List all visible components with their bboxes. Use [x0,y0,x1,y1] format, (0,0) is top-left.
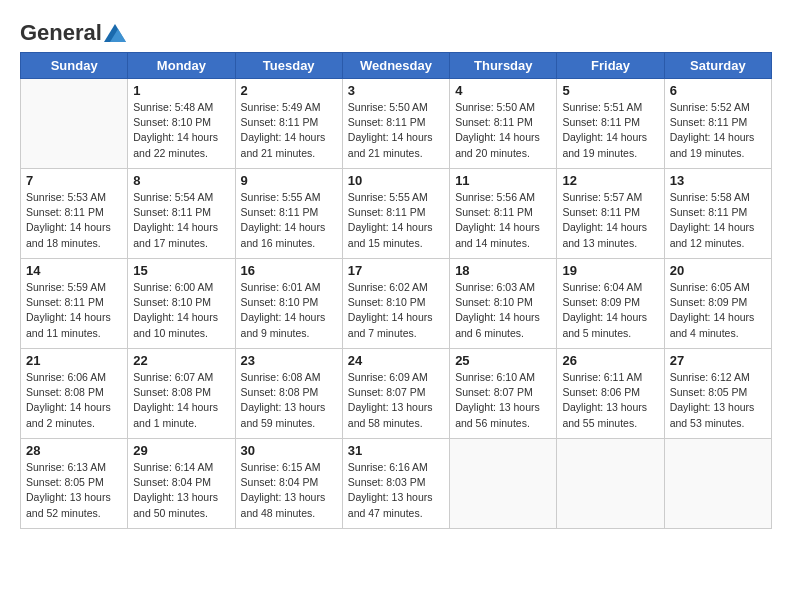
day-info: Sunrise: 5:57 AMSunset: 8:11 PMDaylight:… [562,190,658,251]
calendar-cell: 21Sunrise: 6:06 AMSunset: 8:08 PMDayligh… [21,349,128,439]
day-number: 8 [133,173,229,188]
day-info: Sunrise: 5:55 AMSunset: 8:11 PMDaylight:… [348,190,444,251]
calendar-cell: 25Sunrise: 6:10 AMSunset: 8:07 PMDayligh… [450,349,557,439]
day-number: 21 [26,353,122,368]
day-info: Sunrise: 5:52 AMSunset: 8:11 PMDaylight:… [670,100,766,161]
calendar-cell: 18Sunrise: 6:03 AMSunset: 8:10 PMDayligh… [450,259,557,349]
day-number: 31 [348,443,444,458]
calendar-cell: 27Sunrise: 6:12 AMSunset: 8:05 PMDayligh… [664,349,771,439]
day-info: Sunrise: 6:02 AMSunset: 8:10 PMDaylight:… [348,280,444,341]
calendar-cell: 22Sunrise: 6:07 AMSunset: 8:08 PMDayligh… [128,349,235,439]
calendar-header-row: SundayMondayTuesdayWednesdayThursdayFrid… [21,53,772,79]
calendar-cell: 15Sunrise: 6:00 AMSunset: 8:10 PMDayligh… [128,259,235,349]
day-number: 22 [133,353,229,368]
day-number: 11 [455,173,551,188]
day-info: Sunrise: 5:48 AMSunset: 8:10 PMDaylight:… [133,100,229,161]
calendar-cell: 24Sunrise: 6:09 AMSunset: 8:07 PMDayligh… [342,349,449,439]
week-row-1: 1Sunrise: 5:48 AMSunset: 8:10 PMDaylight… [21,79,772,169]
day-number: 24 [348,353,444,368]
day-header-tuesday: Tuesday [235,53,342,79]
day-number: 25 [455,353,551,368]
day-info: Sunrise: 6:06 AMSunset: 8:08 PMDaylight:… [26,370,122,431]
day-info: Sunrise: 6:11 AMSunset: 8:06 PMDaylight:… [562,370,658,431]
calendar-cell: 30Sunrise: 6:15 AMSunset: 8:04 PMDayligh… [235,439,342,529]
calendar-cell: 6Sunrise: 5:52 AMSunset: 8:11 PMDaylight… [664,79,771,169]
calendar-cell: 17Sunrise: 6:02 AMSunset: 8:10 PMDayligh… [342,259,449,349]
day-info: Sunrise: 5:59 AMSunset: 8:11 PMDaylight:… [26,280,122,341]
day-header-wednesday: Wednesday [342,53,449,79]
week-row-3: 14Sunrise: 5:59 AMSunset: 8:11 PMDayligh… [21,259,772,349]
calendar-cell: 23Sunrise: 6:08 AMSunset: 8:08 PMDayligh… [235,349,342,439]
day-info: Sunrise: 6:00 AMSunset: 8:10 PMDaylight:… [133,280,229,341]
calendar-cell: 28Sunrise: 6:13 AMSunset: 8:05 PMDayligh… [21,439,128,529]
day-info: Sunrise: 6:07 AMSunset: 8:08 PMDaylight:… [133,370,229,431]
day-number: 30 [241,443,337,458]
calendar-cell: 12Sunrise: 5:57 AMSunset: 8:11 PMDayligh… [557,169,664,259]
day-number: 10 [348,173,444,188]
day-info: Sunrise: 6:14 AMSunset: 8:04 PMDaylight:… [133,460,229,521]
calendar-cell: 5Sunrise: 5:51 AMSunset: 8:11 PMDaylight… [557,79,664,169]
calendar-cell: 3Sunrise: 5:50 AMSunset: 8:11 PMDaylight… [342,79,449,169]
calendar-cell: 26Sunrise: 6:11 AMSunset: 8:06 PMDayligh… [557,349,664,439]
day-info: Sunrise: 6:01 AMSunset: 8:10 PMDaylight:… [241,280,337,341]
day-info: Sunrise: 5:58 AMSunset: 8:11 PMDaylight:… [670,190,766,251]
day-number: 18 [455,263,551,278]
calendar-cell: 19Sunrise: 6:04 AMSunset: 8:09 PMDayligh… [557,259,664,349]
week-row-4: 21Sunrise: 6:06 AMSunset: 8:08 PMDayligh… [21,349,772,439]
logo-icon [104,24,126,42]
day-number: 2 [241,83,337,98]
day-info: Sunrise: 5:50 AMSunset: 8:11 PMDaylight:… [348,100,444,161]
header: General [20,20,772,42]
day-number: 19 [562,263,658,278]
day-info: Sunrise: 6:16 AMSunset: 8:03 PMDaylight:… [348,460,444,521]
logo: General [20,20,126,42]
day-header-thursday: Thursday [450,53,557,79]
week-row-5: 28Sunrise: 6:13 AMSunset: 8:05 PMDayligh… [21,439,772,529]
day-info: Sunrise: 5:54 AMSunset: 8:11 PMDaylight:… [133,190,229,251]
calendar-cell: 9Sunrise: 5:55 AMSunset: 8:11 PMDaylight… [235,169,342,259]
day-info: Sunrise: 6:15 AMSunset: 8:04 PMDaylight:… [241,460,337,521]
day-number: 16 [241,263,337,278]
day-info: Sunrise: 5:51 AMSunset: 8:11 PMDaylight:… [562,100,658,161]
day-number: 3 [348,83,444,98]
calendar-cell: 31Sunrise: 6:16 AMSunset: 8:03 PMDayligh… [342,439,449,529]
day-number: 12 [562,173,658,188]
day-number: 27 [670,353,766,368]
calendar-cell [21,79,128,169]
calendar-cell: 11Sunrise: 5:56 AMSunset: 8:11 PMDayligh… [450,169,557,259]
day-info: Sunrise: 6:09 AMSunset: 8:07 PMDaylight:… [348,370,444,431]
day-info: Sunrise: 5:50 AMSunset: 8:11 PMDaylight:… [455,100,551,161]
day-info: Sunrise: 5:53 AMSunset: 8:11 PMDaylight:… [26,190,122,251]
day-number: 6 [670,83,766,98]
calendar-cell [557,439,664,529]
calendar: SundayMondayTuesdayWednesdayThursdayFrid… [20,52,772,529]
calendar-cell: 7Sunrise: 5:53 AMSunset: 8:11 PMDaylight… [21,169,128,259]
calendar-cell [450,439,557,529]
day-info: Sunrise: 6:03 AMSunset: 8:10 PMDaylight:… [455,280,551,341]
calendar-cell: 13Sunrise: 5:58 AMSunset: 8:11 PMDayligh… [664,169,771,259]
day-number: 14 [26,263,122,278]
day-info: Sunrise: 5:55 AMSunset: 8:11 PMDaylight:… [241,190,337,251]
day-header-friday: Friday [557,53,664,79]
week-row-2: 7Sunrise: 5:53 AMSunset: 8:11 PMDaylight… [21,169,772,259]
day-header-monday: Monday [128,53,235,79]
day-number: 28 [26,443,122,458]
day-info: Sunrise: 5:49 AMSunset: 8:11 PMDaylight:… [241,100,337,161]
day-info: Sunrise: 6:12 AMSunset: 8:05 PMDaylight:… [670,370,766,431]
calendar-cell: 29Sunrise: 6:14 AMSunset: 8:04 PMDayligh… [128,439,235,529]
day-number: 9 [241,173,337,188]
calendar-cell: 14Sunrise: 5:59 AMSunset: 8:11 PMDayligh… [21,259,128,349]
day-number: 17 [348,263,444,278]
day-info: Sunrise: 6:13 AMSunset: 8:05 PMDaylight:… [26,460,122,521]
calendar-cell: 20Sunrise: 6:05 AMSunset: 8:09 PMDayligh… [664,259,771,349]
day-number: 7 [26,173,122,188]
day-info: Sunrise: 6:10 AMSunset: 8:07 PMDaylight:… [455,370,551,431]
day-number: 5 [562,83,658,98]
day-header-sunday: Sunday [21,53,128,79]
calendar-cell: 4Sunrise: 5:50 AMSunset: 8:11 PMDaylight… [450,79,557,169]
day-number: 13 [670,173,766,188]
day-number: 15 [133,263,229,278]
calendar-cell: 8Sunrise: 5:54 AMSunset: 8:11 PMDaylight… [128,169,235,259]
calendar-cell: 10Sunrise: 5:55 AMSunset: 8:11 PMDayligh… [342,169,449,259]
day-number: 23 [241,353,337,368]
